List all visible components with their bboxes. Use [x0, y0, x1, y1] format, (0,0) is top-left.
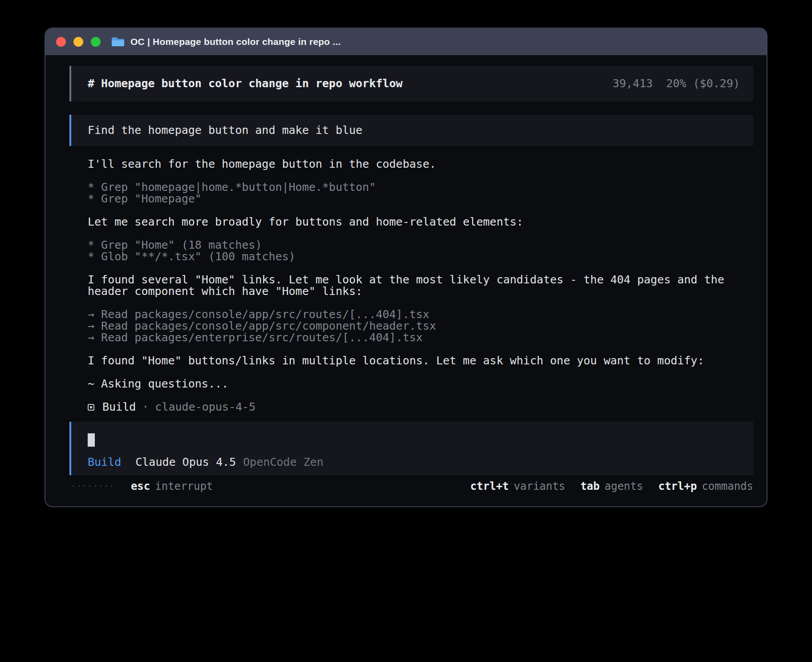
provider-name: OpenCode Zen	[243, 456, 324, 468]
tool-call-grep: * Grep "homepage|home.*button|Home.*butt…	[88, 182, 753, 193]
assistant-text: I'll search for the homepage button in t…	[88, 158, 753, 170]
prompt-input[interactable]: BuildClaude Opus 4.5OpenCode Zen	[69, 422, 753, 475]
shortcut-label-variants: variants	[514, 480, 565, 492]
assistant-status: ~ Asking questions...	[88, 378, 753, 390]
agent-status-line: Build · claude-opus-4-5	[88, 401, 753, 413]
shortcut-label-commands: commands	[702, 480, 753, 492]
user-message-text: Find the homepage button and make it blu…	[88, 125, 362, 136]
esc-key: esc	[131, 480, 150, 492]
conversation: I'll search for the homepage button in t…	[69, 158, 753, 413]
token-count: 39,413	[613, 77, 653, 90]
terminal-content: # Homepage button color change in repo w…	[45, 55, 767, 492]
close-button[interactable]	[56, 37, 66, 47]
agent-mode-label[interactable]: Build	[88, 456, 121, 468]
titlebar: OC | Homepage button color change in rep…	[45, 28, 767, 55]
esc-hint: interrupt	[155, 480, 213, 492]
tool-call-grep: * Grep "Home" (18 matches)	[88, 239, 753, 251]
assistant-text: I found "Home" buttons/links in multiple…	[88, 355, 753, 367]
session-stats: 39,41320% ($0.29)	[613, 78, 740, 89]
terminal-window: OC | Homepage button color change in rep…	[45, 28, 767, 507]
agent-model: claude-opus-4-5	[155, 401, 256, 413]
zoom-button[interactable]	[91, 37, 101, 47]
traffic-lights	[56, 37, 101, 47]
shortcut-key-variants: ctrl+t	[470, 480, 509, 492]
shortcut-key-agents: tab	[581, 480, 600, 492]
model-name[interactable]: Claude Opus 4.5	[135, 456, 236, 468]
tool-call-read: → Read packages/console/app/src/routes/[…	[88, 309, 753, 320]
session-title: # Homepage button color change in repo w…	[88, 78, 402, 89]
context-cost: 20% ($0.29)	[666, 77, 740, 90]
shortcut-hints: ctrl+t variants tab agents ctrl+p comman…	[470, 480, 753, 492]
minimize-button[interactable]	[73, 37, 83, 47]
spinner-dots: ········	[71, 480, 115, 492]
text-cursor	[88, 433, 95, 447]
agent-name: Build	[102, 401, 136, 413]
tool-call-glob: * Glob "**/*.tsx" (100 matches)	[88, 251, 753, 262]
window-title: OC | Homepage button color change in rep…	[130, 36, 341, 47]
shortcut-key-commands: ctrl+p	[658, 480, 697, 492]
assistant-text: Let me search more broadly for buttons a…	[88, 216, 753, 228]
separator-dot: ·	[142, 401, 149, 413]
folder-icon	[111, 36, 125, 47]
statusbar: ········ esc interrupt ctrl+t variants t…	[69, 480, 753, 492]
tool-call-read: → Read packages/console/app/src/componen…	[88, 320, 753, 332]
session-header: # Homepage button color change in repo w…	[69, 66, 753, 101]
shortcut-label-agents: agents	[605, 480, 643, 492]
tool-call-grep: * Grep "Homepage"	[88, 193, 753, 205]
model-line: BuildClaude Opus 4.5OpenCode Zen	[88, 456, 753, 468]
assistant-text: I found several "Home" links. Let me loo…	[88, 274, 753, 297]
user-message: Find the homepage button and make it blu…	[69, 115, 753, 146]
tool-call-read: → Read packages/enterprise/src/routes/[.…	[88, 332, 753, 343]
square-dot-icon	[88, 404, 94, 411]
